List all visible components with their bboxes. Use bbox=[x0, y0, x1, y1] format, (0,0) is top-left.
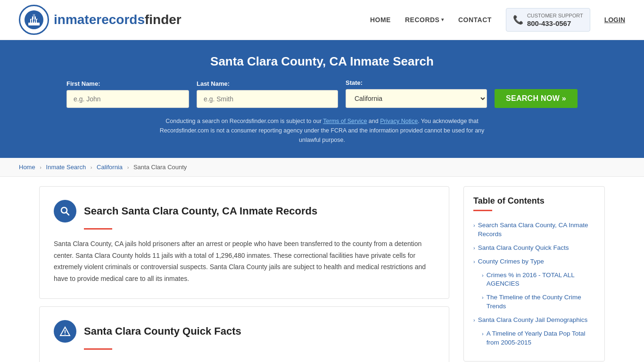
title-underline bbox=[84, 228, 112, 230]
quick-facts-title: Santa Clara County Quick Facts bbox=[84, 325, 241, 337]
nav-login[interactable]: LOGIN bbox=[604, 16, 625, 24]
toc-item-4[interactable]: › Crimes % in 2016 - TOTAL ALL AGENCIES bbox=[473, 269, 595, 291]
chevron-icon-1: › bbox=[473, 222, 475, 229]
logo-icon bbox=[19, 5, 49, 35]
chevron-icon-6: › bbox=[473, 317, 475, 324]
breadcrumb-home[interactable]: Home bbox=[19, 164, 35, 171]
header: inmaterecordsfinder HOME RECORDS ▾ CONTA… bbox=[0, 0, 644, 40]
toc-item-5[interactable]: › The Timeline of the County Crime Trend… bbox=[473, 291, 595, 313]
nav-records[interactable]: RECORDS ▾ bbox=[405, 16, 444, 24]
last-name-input[interactable] bbox=[197, 90, 338, 108]
search-icon bbox=[59, 206, 71, 217]
phone-icon: 📞 bbox=[513, 15, 523, 25]
card-body: Santa Clara County, CA jails hold prison… bbox=[54, 238, 435, 284]
content-area: Search Santa Clara County, CA Inmate Rec… bbox=[39, 186, 463, 362]
breadcrumb-sep-1: › bbox=[40, 165, 41, 170]
toc-card: Table of Contents › Search Santa Clara C… bbox=[463, 186, 605, 362]
svg-line-12 bbox=[66, 213, 69, 215]
breadcrumb-sep-2: › bbox=[91, 165, 92, 170]
first-name-group: First Name: bbox=[66, 80, 189, 108]
terms-link[interactable]: Terms of Service bbox=[323, 118, 367, 124]
logo-area: inmaterecordsfinder bbox=[19, 5, 182, 35]
privacy-link[interactable]: Privacy Notice bbox=[380, 118, 418, 124]
breadcrumb-inmate-search[interactable]: Inmate Search bbox=[46, 164, 86, 171]
toc-item-2[interactable]: › Santa Clara County Quick Facts bbox=[473, 241, 595, 255]
breadcrumb-california[interactable]: California bbox=[97, 164, 123, 171]
card-title: Search Santa Clara County, CA Inmate Rec… bbox=[84, 205, 317, 217]
svg-rect-8 bbox=[35, 19, 36, 23]
svg-rect-1 bbox=[28, 23, 40, 25]
breadcrumb-current: Santa Clara County bbox=[133, 164, 187, 171]
first-name-input[interactable] bbox=[66, 90, 189, 108]
chevron-icon-5: › bbox=[482, 294, 484, 301]
hero-title: Santa Clara County, CA Inmate Search bbox=[19, 54, 625, 69]
main-nav: HOME RECORDS ▾ CONTACT 📞 CUSTOMER SUPPOR… bbox=[370, 8, 625, 31]
toc-item-6[interactable]: › Santa Clara County Jail Demographics bbox=[473, 313, 595, 327]
svg-rect-9 bbox=[37, 19, 38, 23]
nav-contact[interactable]: CONTACT bbox=[458, 16, 492, 24]
nav-home[interactable]: HOME bbox=[370, 16, 391, 24]
card-title-row: Search Santa Clara County, CA Inmate Rec… bbox=[54, 200, 435, 222]
chevron-icon-2: › bbox=[473, 245, 475, 252]
breadcrumb-sep-3: › bbox=[127, 165, 129, 170]
logo-text: inmaterecordsfinder bbox=[54, 12, 182, 27]
first-name-label: First Name: bbox=[66, 80, 189, 87]
search-button[interactable]: SEARCH NOW » bbox=[495, 89, 578, 108]
state-label: State: bbox=[346, 79, 487, 86]
last-name-label: Last Name: bbox=[197, 80, 338, 87]
search-form: First Name: Last Name: State: California… bbox=[19, 79, 625, 108]
svg-point-15 bbox=[65, 334, 66, 335]
inmate-records-card: Search Santa Clara County, CA Inmate Rec… bbox=[39, 186, 449, 299]
state-select[interactable]: California Alabama Alaska Arizona Arkans… bbox=[346, 89, 487, 108]
quick-facts-card: Santa Clara County Quick Facts bbox=[39, 306, 449, 362]
toc-underline bbox=[473, 210, 492, 211]
hero-section: Santa Clara County, CA Inmate Search Fir… bbox=[0, 40, 644, 158]
toc-title: Table of Contents bbox=[473, 196, 595, 206]
chevron-icon-7: › bbox=[482, 330, 484, 337]
toc-item-7[interactable]: › A Timeline of Yearly Data Pop Total fr… bbox=[473, 327, 595, 350]
support-info: CUSTOMER SUPPORT 800-433-0567 bbox=[527, 12, 583, 27]
main-content: Search Santa Clara County, CA Inmate Rec… bbox=[20, 177, 624, 362]
toc-item-3[interactable]: › County Crimes by Type bbox=[473, 255, 595, 269]
support-box: 📞 CUSTOMER SUPPORT 800-433-0567 bbox=[506, 8, 590, 31]
sidebar: Table of Contents › Search Santa Clara C… bbox=[463, 186, 605, 362]
svg-rect-6 bbox=[31, 19, 32, 23]
chevron-down-icon: ▾ bbox=[441, 17, 444, 22]
toc-item-1[interactable]: › Search Santa Clara County, CA Inmate R… bbox=[473, 219, 595, 241]
svg-rect-10 bbox=[33, 14, 34, 21]
alert-icon-circle bbox=[54, 320, 76, 343]
last-name-group: Last Name: bbox=[197, 80, 338, 108]
svg-rect-5 bbox=[29, 19, 30, 23]
breadcrumb: Home › Inmate Search › California › Sant… bbox=[0, 158, 644, 177]
search-icon-circle bbox=[54, 200, 76, 222]
quick-facts-title-row: Santa Clara County Quick Facts bbox=[54, 320, 435, 343]
quick-facts-underline bbox=[84, 348, 112, 350]
chevron-icon-3: › bbox=[473, 258, 475, 265]
state-group: State: California Alabama Alaska Arizona… bbox=[346, 79, 487, 108]
hero-disclaimer: Conducting a search on Recordsfinder.com… bbox=[157, 116, 487, 145]
alert-icon bbox=[59, 326, 71, 337]
chevron-icon-4: › bbox=[482, 272, 484, 279]
